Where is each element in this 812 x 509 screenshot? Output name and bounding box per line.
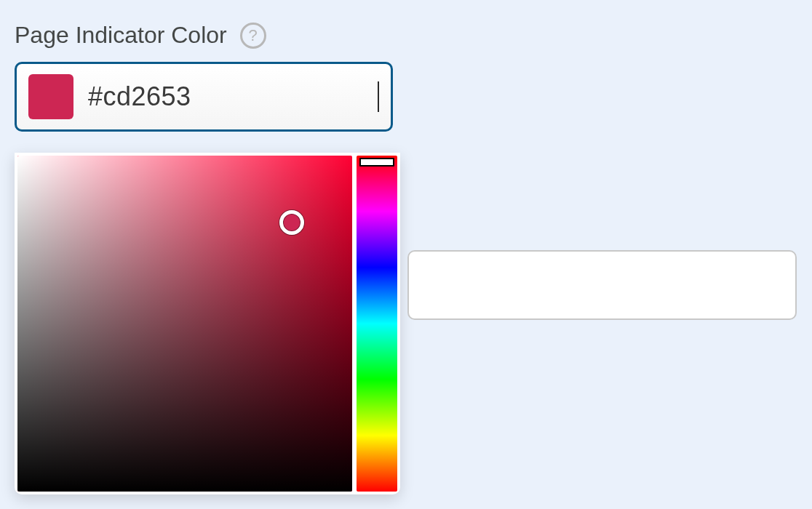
color-swatch[interactable] [28,74,73,119]
color-value-text[interactable]: #cd2653 [88,81,376,112]
hue-slider-handle [359,158,394,167]
saturation-black-gradient [17,156,352,492]
text-cursor [378,81,379,112]
color-picker-panel [15,153,400,494]
secondary-input[interactable] [407,250,797,320]
saturation-area[interactable] [17,156,352,492]
help-icon[interactable]: ? [240,23,266,49]
color-input[interactable]: #cd2653 [15,62,393,132]
field-label-row: Page Indicator Color ? [15,22,797,49]
field-label: Page Indicator Color [15,22,227,49]
hue-slider[interactable] [357,156,397,492]
